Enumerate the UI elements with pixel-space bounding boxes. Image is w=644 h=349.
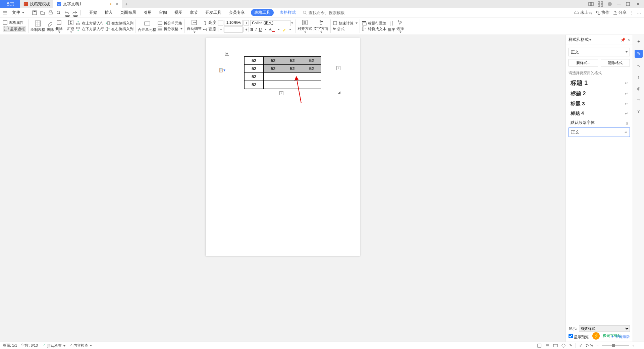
height-plus[interactable]: + xyxy=(244,20,249,26)
current-style-select[interactable]: 正文 xyxy=(569,48,630,56)
file-menu[interactable]: 文件 xyxy=(10,9,26,16)
tab-home[interactable]: 首页 xyxy=(0,0,20,8)
tab-close-icon[interactable]: × xyxy=(116,2,118,6)
draw-table-button[interactable]: 绘制表格 xyxy=(31,20,45,32)
delete-button[interactable]: 删除 xyxy=(55,19,63,33)
menu-review[interactable]: 审阅 xyxy=(158,9,168,16)
table-add-row-handle[interactable]: + xyxy=(279,91,283,95)
skin-icon[interactable] xyxy=(607,1,612,7)
rail-nav-icon[interactable]: ↕ xyxy=(635,74,642,81)
convert-text-button[interactable]: 转换成文本 xyxy=(362,27,386,32)
menu-icon[interactable] xyxy=(3,10,7,15)
col-width[interactable]: 宽度: − + xyxy=(203,27,249,33)
bold-button[interactable]: B xyxy=(250,27,253,32)
show-frame-button[interactable]: 显示虚框 xyxy=(3,26,26,32)
redo-icon[interactable] xyxy=(72,10,77,15)
table-add-col-handle[interactable]: + xyxy=(336,66,340,70)
insert-row-below[interactable]: 在下方插入行 xyxy=(76,27,104,32)
text-direction-button[interactable]: llA文字方向 xyxy=(314,19,328,33)
table-cell[interactable]: 52 xyxy=(283,65,302,73)
more-icon[interactable]: ⋮ xyxy=(630,10,634,15)
command-search[interactable] xyxy=(303,10,349,15)
status-page[interactable]: 页面: 1/1 xyxy=(3,343,17,348)
table-resize-handle[interactable]: ◢ xyxy=(337,90,341,94)
undo-icon[interactable] xyxy=(64,10,69,15)
table-cell[interactable]: 52 xyxy=(264,65,283,73)
width-minus[interactable]: − xyxy=(218,27,223,32)
menu-ref[interactable]: 引用 xyxy=(142,9,153,16)
style-default-font[interactable]: 默认段落字体a xyxy=(569,118,630,127)
new-style-button[interactable]: 新样式... xyxy=(569,59,598,66)
status-content[interactable]: ✓ 内容检查 xyxy=(69,343,92,348)
menu-start[interactable]: 开始 xyxy=(88,9,99,16)
table-cell[interactable] xyxy=(302,73,321,81)
maximize-icon[interactable] xyxy=(626,2,631,6)
coop-button[interactable]: 协作 xyxy=(596,10,609,15)
table-cell[interactable]: 52 xyxy=(245,65,264,73)
sort-button[interactable]: 排序 xyxy=(388,20,395,32)
show-filter[interactable]: 显示:有效样式 xyxy=(569,325,630,332)
eraser-button[interactable]: 擦除 xyxy=(47,20,54,32)
highlight-button[interactable] xyxy=(282,27,286,32)
save-icon[interactable] xyxy=(32,10,37,15)
view-page-icon[interactable] xyxy=(537,343,542,348)
split-table-button[interactable]: 拆分表格 xyxy=(158,27,182,32)
tab-document[interactable]: W 文字文稿1 • × xyxy=(53,0,122,8)
grid-icon[interactable] xyxy=(598,1,603,7)
view-web-icon[interactable] xyxy=(561,343,566,348)
close-window-icon[interactable]: × xyxy=(635,2,641,6)
collapse-ribbon-icon[interactable]: ︿ xyxy=(637,10,641,15)
italic-button[interactable]: I xyxy=(255,27,257,32)
print-icon[interactable] xyxy=(48,10,53,15)
style-heading3[interactable]: 标题 3↵ xyxy=(569,99,630,108)
zoom-out[interactable]: − xyxy=(596,344,598,348)
rail-help-icon[interactable]: ? xyxy=(635,108,642,115)
preview-icon[interactable] xyxy=(56,10,61,15)
search-input[interactable] xyxy=(309,10,349,15)
font-select[interactable] xyxy=(250,20,293,26)
status-spell[interactable]: 拼写检查 xyxy=(42,343,65,348)
rail-doc-icon[interactable]: ▭ xyxy=(635,97,642,103)
table-cell[interactable] xyxy=(264,81,283,89)
style-heading4[interactable]: 标题 4↵ xyxy=(569,109,630,118)
table-cell[interactable] xyxy=(302,81,321,89)
menu-tablestyle[interactable]: 表格样式 xyxy=(278,9,297,16)
insert-col-right[interactable]: 在右侧插入列 xyxy=(105,27,133,32)
menu-chapter[interactable]: 章节 xyxy=(189,9,199,16)
underline-button[interactable]: U xyxy=(259,27,262,32)
autofit-button[interactable]: 自动调整 xyxy=(187,19,202,33)
select-button[interactable]: 选择 xyxy=(396,19,404,33)
open-icon[interactable] xyxy=(40,10,45,15)
menu-insert[interactable]: 插入 xyxy=(103,9,114,16)
table-cell[interactable]: 52 xyxy=(264,57,283,65)
table-props-button[interactable]: 表格属性 xyxy=(3,20,26,25)
rail-protect-icon[interactable]: ◎ xyxy=(635,85,642,92)
document-area[interactable]: ✥ 📋▾ 52525252525252525252 + + ◢ xyxy=(0,35,566,342)
merge-cells-button[interactable]: 合并单元格 xyxy=(138,20,156,32)
menu-layout[interactable]: 页面布局 xyxy=(119,9,138,16)
view-read-icon[interactable] xyxy=(553,343,558,348)
height-minus[interactable]: − xyxy=(218,20,223,26)
table-cell[interactable]: 52 xyxy=(283,57,302,65)
view-outline-icon[interactable] xyxy=(545,343,550,348)
minimize-icon[interactable]: — xyxy=(616,2,622,6)
menu-view[interactable]: 视图 xyxy=(173,9,184,16)
insert-row-above[interactable]: 在上方插入行 xyxy=(76,21,104,26)
font-color-button[interactable]: A xyxy=(269,27,275,32)
rail-ai-icon[interactable]: ✦ xyxy=(635,38,642,45)
header-repeat-button[interactable]: 标题行重复 xyxy=(362,21,386,26)
style-heading2[interactable]: 标题 2↵ xyxy=(569,89,630,99)
rail-select-icon[interactable]: ↖ xyxy=(635,62,642,69)
zoom-in[interactable]: + xyxy=(632,344,634,348)
zoom-label[interactable]: 74% xyxy=(586,344,593,348)
summary-button[interactable]: Σ汇总 xyxy=(67,19,74,33)
pin-icon[interactable]: 📌 xyxy=(621,38,626,42)
height-input[interactable] xyxy=(224,20,243,26)
table-cell[interactable] xyxy=(264,73,283,81)
table-cell[interactable]: 52 xyxy=(245,81,264,89)
split-cell-button[interactable]: 拆分单元格 xyxy=(158,21,182,26)
table-cell[interactable]: 52 xyxy=(302,65,321,73)
layout-icon[interactable] xyxy=(588,1,594,7)
rail-styles-icon[interactable]: ✎ xyxy=(635,50,643,58)
status-words[interactable]: 字数: 6/10 xyxy=(21,343,38,348)
